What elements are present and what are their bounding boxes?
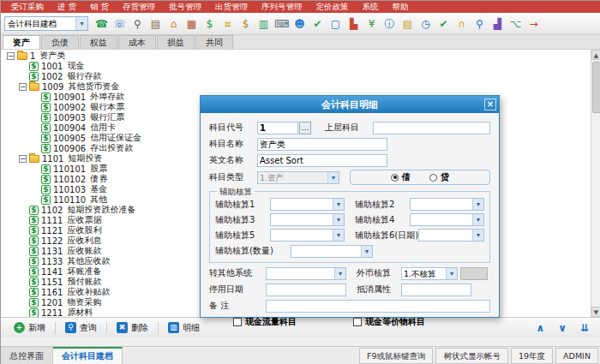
tree-node-1[interactable]: −1资产类 [3, 51, 579, 61]
aux-qty-select[interactable]: ▾ [291, 245, 373, 258]
offset-input[interactable] [401, 283, 471, 296]
info-icon[interactable]: ⓘ [382, 16, 397, 32]
menu-item-6[interactable]: 序列号管理 [255, 1, 309, 13]
type-select[interactable]: 1.资产 ▾ [257, 171, 339, 184]
audit-check-icon[interactable]: ✔ [310, 16, 325, 32]
menu-bar: 受订采购进 货销 货存货管理批号管理出货管理序列号管理定价政策系统帮助 [1, 1, 600, 13]
delete-button[interactable]: ✖删除 [109, 322, 156, 334]
cash-icon[interactable]: ¥ [364, 16, 379, 32]
tree-scrollbar[interactable]: ▲ ▼ [591, 50, 600, 317]
cash-equivalent-checkbox[interactable]: 现金等价物科目 [353, 316, 425, 328]
remark-input[interactable] [266, 300, 490, 313]
close-icon[interactable]: × [484, 98, 496, 110]
debit-radio[interactable]: 借 [391, 171, 411, 183]
expand-toggle-icon[interactable]: − [7, 52, 15, 60]
credit-radio[interactable]: 贷 [429, 171, 449, 183]
menu-item-7[interactable]: 定价政策 [309, 1, 356, 13]
tree-node-code: 1 [30, 51, 35, 61]
status-tab-0[interactable]: 总控界面 [1, 347, 53, 364]
transfer-select[interactable]: ▾ [266, 267, 346, 280]
monitor-icon[interactable]: ▢ [328, 16, 343, 32]
users-icon[interactable]: ☻ [292, 16, 307, 32]
disable-date-input[interactable] [266, 283, 346, 296]
parent-account-input[interactable] [373, 122, 490, 134]
account-icon: $ [41, 103, 51, 112]
dialog-titlebar[interactable]: 会计科目明细 × [201, 96, 499, 113]
chart-icon[interactable]: ▙ [346, 16, 361, 32]
approve-icon[interactable]: ✔ [436, 16, 451, 32]
menu-item-8[interactable]: 系统 [356, 1, 386, 13]
bell-icon[interactable]: ∩ [454, 16, 469, 32]
aux-qty-label: 辅助核算(数量) [215, 245, 291, 257]
stats-icon[interactable]: ▟ [490, 16, 505, 32]
report-icon[interactable]: ▤ [400, 16, 415, 32]
account-icon: $ [41, 92, 51, 102]
moneybag-icon[interactable]: $ [238, 16, 253, 32]
cart-icon[interactable]: ▥ [256, 16, 271, 32]
last-record-button[interactable]: ⇊ [580, 322, 589, 334]
tab-3[interactable]: 成本 [118, 35, 156, 49]
balance-direction-group: 借 贷 [350, 170, 490, 185]
expand-toggle-icon[interactable]: − [19, 83, 27, 91]
search2-icon[interactable]: ⚲ [472, 16, 487, 32]
aux-select-6[interactable]: ▾ [418, 229, 484, 242]
aux-select-5[interactable]: ▾ [270, 229, 345, 242]
tab-0[interactable]: 资产 [3, 35, 40, 49]
expand-toggle-icon[interactable]: − [19, 155, 27, 163]
headset-icon[interactable]: ☏ [112, 16, 127, 32]
prev-record-button[interactable]: ∧ [536, 322, 544, 334]
clock-icon[interactable]: ◷ [418, 16, 433, 32]
cash-equivalent-checkbox-label: 现金等价物科目 [365, 316, 425, 328]
tab-5[interactable]: 共同 [195, 35, 233, 49]
aux-select-2[interactable]: ▾ [410, 198, 484, 211]
menu-item-4[interactable]: 批号管理 [162, 1, 208, 13]
chevron-down-icon: ▾ [446, 268, 457, 279]
scroll-up-icon[interactable]: ▲ [591, 50, 600, 60]
tab-4[interactable]: 损益 [157, 35, 195, 49]
home-icon[interactable]: ⌂ [166, 16, 181, 32]
printer-icon[interactable]: ▤ [148, 16, 163, 32]
orgchart-icon[interactable]: ⌥ [508, 16, 523, 32]
menu-item-2[interactable]: 销 货 [83, 1, 116, 13]
currency-select[interactable]: 1.不核算 ▾ [401, 267, 458, 280]
coins-icon[interactable]: ¤ [220, 16, 235, 32]
tab-1[interactable]: 负债 [41, 35, 79, 49]
module-selector[interactable]: 会计科目建档 ▾ [4, 16, 88, 31]
name-input[interactable]: 资产类 [257, 138, 387, 151]
scroll-down-icon[interactable]: ▼ [591, 307, 600, 317]
tree-node-code: 1133 [41, 257, 63, 266]
aux-select-4[interactable]: ▾ [410, 213, 484, 226]
cash-flow-checkbox[interactable]: 现金流量科目 [233, 316, 297, 328]
menu-item-0[interactable]: 受订采购 [4, 1, 51, 13]
tab-2[interactable]: 权益 [80, 35, 117, 49]
menu-item-5[interactable]: 出货管理 [208, 1, 255, 13]
menu-item-1[interactable]: 进 货 [51, 1, 83, 13]
phone-icon[interactable]: ☎ [94, 16, 109, 32]
add-button[interactable]: +新增 [6, 322, 53, 334]
calculator-icon[interactable]: ⌨ [274, 16, 289, 32]
delete-button-label: 删除 [131, 322, 148, 334]
code-input[interactable]: 1 [257, 122, 298, 134]
aux-select-3[interactable]: ▾ [270, 213, 345, 226]
plus-icon: + [14, 322, 25, 333]
chevron-down-icon[interactable]: ▾ [75, 17, 87, 30]
dollar-coin-icon[interactable]: $ [202, 16, 217, 32]
english-name-input[interactable]: Asset Sort [257, 154, 387, 167]
next-record-button[interactable]: ∨ [558, 322, 567, 334]
browse-button[interactable]: … [299, 122, 311, 134]
bank-icon[interactable]: ▦ [184, 16, 199, 32]
scrollbar-thumb[interactable] [592, 62, 600, 113]
exit-icon[interactable]: → [526, 16, 541, 32]
aux-select-1[interactable]: ▾ [270, 198, 345, 211]
aux-qty-select-value [291, 246, 361, 257]
currency-label: 外币核算 [357, 267, 401, 279]
account-icon: $ [41, 195, 51, 205]
account-icon: $ [29, 277, 39, 287]
search-icon[interactable]: ⚲ [130, 16, 145, 32]
tree-node-code: 100903 [53, 113, 86, 122]
menu-item-9[interactable]: 帮助 [386, 1, 416, 13]
status-tab-1[interactable]: 会计科目建档 [53, 347, 123, 364]
aux-accounting-group: 辅助核算 辅助核算1▾辅助核算2▾辅助核算3▾辅助核算4▾辅助核算5▾辅助核算6… [209, 191, 490, 263]
menu-item-3[interactable]: 存货管理 [116, 1, 162, 13]
query-button[interactable]: ⚲查询 [57, 322, 105, 334]
